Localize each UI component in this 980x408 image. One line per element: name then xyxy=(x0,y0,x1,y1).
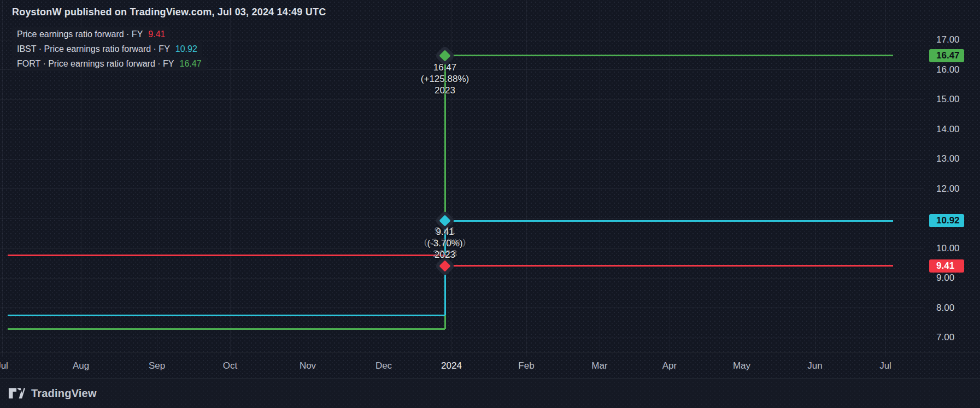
price-badge: 10.92 xyxy=(929,214,964,227)
price-scale-label: 12.00 xyxy=(936,183,960,195)
gridline-vertical xyxy=(384,0,384,356)
legend-row-fort[interactable]: FORT · Price earnings ratio forward · FY… xyxy=(12,57,207,71)
legend: Price earnings ratio forward · FY9.41 IB… xyxy=(12,27,207,72)
series-line-segment[interactable] xyxy=(445,220,893,222)
gridline-vertical xyxy=(526,0,527,356)
price-scale-label: 7.00 xyxy=(936,332,954,344)
gridline-vertical xyxy=(230,0,231,356)
time-axis-label: Jul xyxy=(0,360,27,371)
gridline-horizontal xyxy=(0,188,924,189)
gridline-horizontal xyxy=(0,278,924,279)
marker-value: 16.47 xyxy=(385,62,505,73)
price-scale-label: 16.00 xyxy=(936,64,960,76)
price-scale[interactable]: 17.0016.0015.0014.0013.0012.0011.0010.00… xyxy=(924,0,980,352)
price-scale-label: 14.00 xyxy=(936,123,960,135)
gridline-horizontal xyxy=(0,99,924,100)
price-scale-label: 10.00 xyxy=(936,243,960,255)
gridline-vertical xyxy=(742,0,742,356)
time-axis-label: Jun xyxy=(790,360,840,371)
time-axis-label: Jul xyxy=(861,360,910,371)
price-badge: 9.41 xyxy=(929,259,964,273)
marker-change: (+125.88%) xyxy=(385,73,505,85)
tradingview-logo-icon xyxy=(8,387,26,400)
legend-value: 9.41 xyxy=(148,29,165,39)
time-axis[interactable]: JulAugSepOctNovDec2024FebMarAprMayJunJul xyxy=(0,352,980,379)
bottom-bar: TradingView xyxy=(0,378,980,408)
gridline-vertical xyxy=(308,0,308,356)
price-scale-label: 9.00 xyxy=(936,272,954,284)
series-line-segment[interactable] xyxy=(8,328,445,330)
time-axis-label: Nov xyxy=(283,360,332,371)
legend-label: Price earnings ratio forward · FY xyxy=(17,29,143,39)
gridline-vertical xyxy=(885,0,886,356)
series-line-segment[interactable] xyxy=(445,55,893,56)
legend-row-ibst[interactable]: IBST · Price earnings ratio forward · FY… xyxy=(12,42,202,56)
time-axis-label: Apr xyxy=(645,360,694,371)
gridline-horizontal xyxy=(0,129,924,129)
price-scale-label: 17.00 xyxy=(936,34,960,46)
time-axis-label: 2024 xyxy=(427,360,476,371)
price-scale-label: 13.00 xyxy=(936,153,960,165)
gridline-horizontal xyxy=(0,159,924,159)
time-axis-label: Dec xyxy=(359,360,408,371)
marker-year: 2023 xyxy=(385,249,505,261)
series-line-segment[interactable] xyxy=(445,265,893,267)
price-scale-label: 15.00 xyxy=(936,93,960,105)
gridline-vertical xyxy=(815,0,815,356)
time-axis-label: Sep xyxy=(132,360,181,371)
gridline-vertical xyxy=(2,0,3,356)
time-axis-label: May xyxy=(717,360,766,371)
marker-value: 9.41 xyxy=(385,226,505,238)
gridline-horizontal xyxy=(0,218,924,219)
gridline-vertical xyxy=(600,0,600,356)
gridline-horizontal xyxy=(0,308,924,308)
tradingview-wordmark: TradingView xyxy=(31,387,97,400)
publish-attribution: RoystonW published on TradingView.com, J… xyxy=(12,7,326,18)
legend-value: 10.92 xyxy=(175,44,197,54)
time-axis-label: Oct xyxy=(206,360,255,371)
legend-value: 16.47 xyxy=(180,59,202,68)
legend-row-main[interactable]: Price earnings ratio forward · FY9.41 xyxy=(12,27,170,42)
legend-label: IBST · Price earnings ratio forward · FY xyxy=(17,44,170,54)
price-scale-label: 8.00 xyxy=(936,302,954,314)
legend-label: FORT · Price earnings ratio forward · FY xyxy=(17,59,174,68)
time-axis-label: Feb xyxy=(502,360,551,371)
gridline-vertical xyxy=(670,0,670,356)
gridline-horizontal xyxy=(0,338,924,338)
time-axis-label: Aug xyxy=(56,360,105,371)
tradingview-published-chart: RoystonW published on TradingView.com, J… xyxy=(0,0,980,408)
marker-year: 2023 xyxy=(385,85,505,96)
time-axis-label: Mar xyxy=(575,360,624,371)
marker-change: (-3.70%) xyxy=(385,238,505,249)
price-badge: 16.47 xyxy=(929,49,964,62)
series-line-segment[interactable] xyxy=(8,315,445,316)
